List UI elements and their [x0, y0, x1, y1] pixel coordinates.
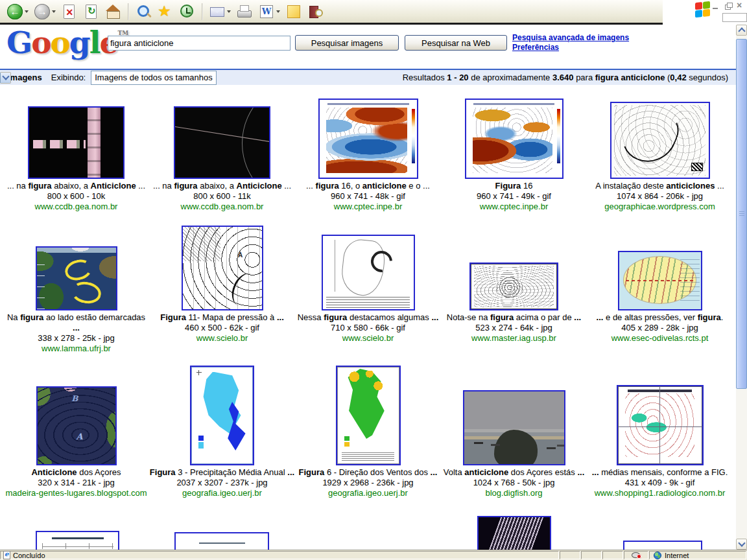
close-button[interactable]	[737, 3, 744, 10]
toolbar-word-button[interactable]	[257, 2, 281, 21]
result-thumbnail[interactable]	[610, 102, 710, 179]
ie-document-icon	[3, 551, 10, 559]
caption-segment: abaixo, a	[198, 181, 237, 191]
forward-icon	[34, 3, 51, 20]
result-thumbnail-partial[interactable]	[36, 531, 119, 550]
logo-letter: o	[31, 25, 50, 60]
thumbnail-zone	[469, 222, 558, 310]
advanced-search-link[interactable]: Pesquisa avançada de imagens	[512, 33, 629, 43]
toolbar-home-button[interactable]	[104, 2, 123, 21]
result-caption-zone: Figura 3 - Precipitação Média Anual ...2…	[149, 465, 295, 509]
toolbar-research-button[interactable]	[306, 2, 326, 21]
caption-segment: Figura	[150, 467, 176, 477]
result-thumbnail[interactable]	[318, 99, 418, 179]
thumbnail-art	[618, 386, 702, 464]
scrollbar-grip	[739, 211, 744, 216]
result-caption: Na figura ao lado estão demarcadas ...	[3, 312, 149, 333]
stats-segment: 3.640	[552, 73, 574, 82]
result-cell: Figura 11- Mapa de pressão à ...460 x 50…	[149, 222, 295, 354]
caption-segment: figura	[174, 181, 197, 191]
scrollbar-down-button[interactable]	[736, 539, 747, 550]
result-caption: Figura 11- Mapa de pressão à ...	[149, 312, 295, 323]
refresh-icon	[83, 3, 100, 20]
restore-button[interactable]	[724, 3, 732, 10]
search-images-button[interactable]: Pesquisar imagens	[295, 35, 399, 51]
result-url: www.cptec.inpe.br	[441, 202, 587, 212]
status-pane	[602, 551, 623, 559]
thumbnail-art	[183, 227, 221, 261]
caption-segment: figura	[698, 312, 721, 322]
toolbar-refresh-button[interactable]	[82, 2, 101, 21]
results-row-2: Na figura ao lado estão demarcadas ...33…	[0, 222, 736, 354]
result-thumbnail[interactable]	[618, 251, 702, 310]
toolbar-separator	[128, 3, 129, 20]
result-thumbnail[interactable]	[617, 385, 704, 465]
toolbar-search-button[interactable]	[134, 2, 153, 21]
vertical-scrollbar[interactable]	[736, 25, 747, 550]
stop-icon	[61, 3, 78, 20]
result-url: geographicae.wordpress.com	[587, 202, 733, 212]
result-thumbnail[interactable]	[36, 386, 117, 465]
result-thumbnail-partial[interactable]	[623, 541, 702, 550]
result-caption: Nota-se na figura acima o par de ...	[441, 312, 587, 323]
thumbnail-art	[200, 372, 243, 434]
thumbnail-art	[326, 108, 407, 173]
chevron-down-icon	[738, 539, 745, 546]
window-title-zone	[663, 0, 747, 25]
result-url: madeira-gentes-lugares.blogspot.com	[3, 488, 149, 498]
scrollbar-up-button[interactable]	[736, 25, 747, 36]
result-meta: 960 x 741 - 48k - gif	[295, 191, 441, 202]
result-url: www.shopping1.radiologico.nom.br	[587, 488, 733, 498]
toolbar-forward-button[interactable]	[32, 2, 57, 21]
showing-label: Exibindo:	[51, 73, 86, 82]
scrollbar-thumb[interactable]	[736, 39, 747, 389]
select-dropdown-button[interactable]	[0, 72, 11, 84]
search-web-button[interactable]: Pesquisar na Web	[405, 35, 507, 51]
result-thumbnail-partial[interactable]	[477, 516, 551, 550]
thumbnail-art	[691, 163, 703, 171]
security-zone-label: Internet	[665, 552, 689, 559]
result-thumbnail[interactable]	[36, 246, 117, 310]
header-links: Pesquisa avançada de imagens Preferência…	[512, 33, 629, 52]
toolbar-back-button[interactable]	[5, 2, 30, 21]
toolbar-favorites-button[interactable]	[156, 2, 175, 21]
result-cell: Figura 3 - Precipitação Média Anual ...2…	[149, 364, 295, 509]
thumbnail-art	[199, 542, 245, 544]
privacy-report-icon	[632, 552, 641, 559]
preferences-link[interactable]: Preferências	[512, 43, 629, 52]
stats-segment: para	[574, 73, 595, 82]
result-thumbnail[interactable]	[336, 366, 401, 465]
toolbar-history-button[interactable]	[178, 2, 197, 21]
thumbnail-art	[335, 240, 335, 292]
result-caption: A instalação deste anticiclones ...	[587, 181, 733, 191]
minimize-button[interactable]	[712, 3, 720, 10]
toolbar-stop-button[interactable]	[60, 2, 79, 21]
result-thumbnail[interactable]	[182, 226, 263, 310]
result-url: www.ccdb.gea.nom.br	[3, 202, 149, 212]
caption-segment: dos Açores estás	[508, 467, 577, 477]
thumbnail-art	[346, 371, 389, 431]
images-label: Imagens	[8, 73, 42, 82]
result-thumbnail[interactable]	[465, 99, 563, 179]
result-meta: 710 x 580 - 66k - gif	[295, 323, 441, 333]
thumbnail-art	[198, 436, 204, 449]
result-thumbnail[interactable]	[463, 390, 565, 465]
size-filter-select[interactable]: Imagens de todos os tamanhos	[91, 71, 216, 85]
thumbnail-art	[77, 430, 84, 439]
result-caption: Anticiclone dos Açores	[3, 467, 149, 478]
result-thumbnail[interactable]	[322, 235, 415, 310]
result-meta: 800 x 600 - 10k	[3, 191, 149, 202]
caption-segment: ...	[592, 467, 599, 477]
result-thumbnail[interactable]	[174, 106, 270, 179]
logo-letter: g	[69, 25, 89, 60]
result-thumbnail[interactable]	[469, 262, 558, 310]
result-thumbnail[interactable]	[190, 366, 254, 465]
toolbar-note-button[interactable]	[284, 2, 303, 21]
thumbnail-zone	[174, 98, 270, 179]
search-input[interactable]	[108, 36, 290, 51]
result-cell: Na figura ao lado estão demarcadas ...33…	[3, 222, 149, 354]
toolbar-print-button[interactable]	[235, 2, 254, 21]
result-thumbnail-partial[interactable]	[174, 532, 269, 550]
toolbar-mail-button[interactable]	[208, 2, 232, 21]
result-thumbnail[interactable]	[28, 106, 124, 179]
